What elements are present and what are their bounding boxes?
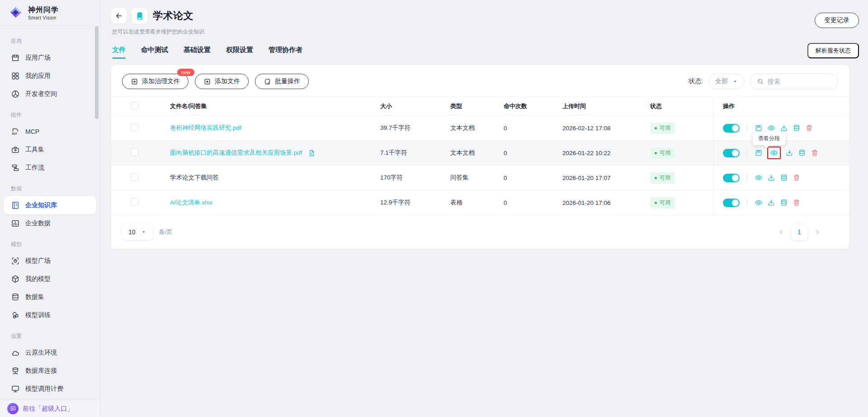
add-file-button[interactable]: 添加文件 xyxy=(195,74,249,89)
bar-chart-icon xyxy=(11,219,20,228)
tab-bar: 文件 命中测试 基础设置 权限设置 管理协作者 解析服务状态 xyxy=(112,46,859,59)
sidebar-item-label: 工具集 xyxy=(25,146,44,154)
brand-logo: 神州问学 Smart Vision xyxy=(0,0,100,26)
sidebar-item-knowledge-base[interactable]: 企业知识库 xyxy=(4,196,96,214)
segments-database-icon[interactable] xyxy=(780,174,788,182)
tab-collaborators[interactable]: 管理协作者 xyxy=(269,46,302,59)
view-segments-icon[interactable] xyxy=(755,174,763,182)
view-segments-icon[interactable] xyxy=(755,199,763,207)
tab-permissions[interactable]: 权限设置 xyxy=(226,46,253,59)
add-file-label: 添加文件 xyxy=(215,77,240,85)
sidebar-item-label: 数据库连接 xyxy=(25,367,57,375)
download-icon[interactable] xyxy=(767,199,775,207)
parse-service-status-button[interactable]: 解析服务状态 xyxy=(807,43,859,58)
search-box xyxy=(750,73,838,90)
download-icon[interactable] xyxy=(780,124,788,132)
cube-icon xyxy=(11,275,20,284)
row-checkbox[interactable] xyxy=(131,173,138,181)
doc-edit-icon[interactable] xyxy=(308,149,316,157)
page-title: 学术论文 xyxy=(153,9,193,23)
delete-icon[interactable] xyxy=(805,124,813,132)
sidebar-item-label: 云原生环境 xyxy=(25,349,57,357)
nav-section-settings: 设置 xyxy=(0,324,100,344)
per-page-label: 条/页 xyxy=(159,228,173,236)
tab-basic-settings[interactable]: 基础设置 xyxy=(184,46,211,59)
mcp-icon xyxy=(11,127,20,136)
brand-name: 神州问学 xyxy=(28,5,59,15)
hit-count: 0 xyxy=(504,125,562,132)
sidebar-item-model-billing[interactable]: 模型调用计费 xyxy=(4,380,96,398)
highlight-box xyxy=(767,147,781,159)
enable-toggle[interactable] xyxy=(723,149,740,157)
upload-time: 2026-01-20 17:07 xyxy=(562,175,650,181)
sidebar-item-label: 模型广场 xyxy=(25,257,51,265)
sidebar-item-workflow[interactable]: 工作流 xyxy=(4,159,96,177)
segments-database-icon[interactable] xyxy=(780,199,788,207)
segments-database-icon[interactable] xyxy=(798,149,806,157)
sidebar-item-datasets[interactable]: 数据集 xyxy=(4,288,96,306)
search-input[interactable] xyxy=(768,78,826,85)
download-icon[interactable] xyxy=(785,149,793,157)
knowledge-book-icon xyxy=(132,8,147,24)
add-governance-file-button[interactable]: 添加治理文件 new xyxy=(122,74,189,89)
brand-subtitle: Smart Vision xyxy=(28,15,59,20)
file-size: 12.9千字符 xyxy=(380,199,450,207)
sidebar-item-app-market[interactable]: 应用广场 xyxy=(4,49,96,67)
sidebar-item-label: 数据集 xyxy=(25,293,44,301)
view-segments-icon[interactable] xyxy=(767,124,775,132)
select-all-checkbox[interactable] xyxy=(131,102,138,109)
enable-toggle[interactable] xyxy=(723,124,740,133)
file-name-link[interactable]: 面向脑机接口的高速通信需求及相关应用场景.pdf xyxy=(170,149,302,157)
sidebar-item-model-market[interactable]: 模型广场 xyxy=(4,252,96,270)
delete-icon[interactable] xyxy=(793,199,801,207)
row-checkbox[interactable] xyxy=(131,148,138,156)
sidebar-item-label: 应用广场 xyxy=(25,54,51,62)
download-icon[interactable] xyxy=(767,174,775,182)
segments-database-icon[interactable] xyxy=(793,124,801,132)
sidebar-item-mcp[interactable]: MCP xyxy=(4,123,96,141)
next-page-icon[interactable] xyxy=(814,228,821,236)
batch-operations-button[interactable]: 批量操作 xyxy=(255,74,309,89)
file-name-link[interactable]: 卷积神经网络实践研究.pdf xyxy=(170,124,241,132)
row-checkbox[interactable] xyxy=(131,123,138,131)
status-dot-icon xyxy=(655,127,657,129)
sidebar-item-db-connections[interactable]: 数据库连接 xyxy=(4,362,96,380)
change-log-button[interactable]: 变更记录 xyxy=(815,13,859,28)
plus-square-icon xyxy=(131,78,138,85)
sidebar-item-my-models[interactable]: 我的模型 xyxy=(4,270,96,288)
file-type: 问答集 xyxy=(450,174,504,182)
status-badge: 可用 xyxy=(650,123,675,134)
delete-icon[interactable] xyxy=(793,174,801,182)
file-type: 文本文档 xyxy=(450,124,504,132)
row-checkbox[interactable] xyxy=(131,198,138,206)
sidebar-item-label: 模型调用计费 xyxy=(25,385,63,393)
page-size-select[interactable]: 10 xyxy=(122,224,153,240)
super-portal-link[interactable]: 前往「超级入口」 xyxy=(0,400,100,417)
sidebar-item-cloud-native[interactable]: 云原生环境 xyxy=(4,344,96,362)
file-size: 170字符 xyxy=(380,174,450,182)
annotation-icon[interactable] xyxy=(755,124,763,132)
tab-hit-test[interactable]: 命中测试 xyxy=(141,46,168,59)
caret-down-icon xyxy=(141,229,146,235)
delete-icon[interactable] xyxy=(811,149,819,157)
sidebar: 神州问学 Smart Vision 应用 应用广场 我的应用 开发者空间 组件 … xyxy=(0,0,100,417)
sidebar-item-my-apps[interactable]: 我的应用 xyxy=(4,67,96,85)
view-segments-icon[interactable] xyxy=(770,149,778,157)
current-page-button[interactable]: 1 xyxy=(791,224,807,240)
annotation-icon[interactable] xyxy=(755,149,763,157)
prev-page-icon[interactable] xyxy=(778,228,785,236)
sidebar-item-enterprise-data[interactable]: 企业数据 xyxy=(4,214,96,232)
enable-toggle[interactable] xyxy=(723,199,740,207)
sidebar-item-model-training[interactable]: 模型训练 xyxy=(4,306,96,324)
enable-toggle[interactable] xyxy=(723,174,740,182)
back-button[interactable] xyxy=(111,8,127,24)
sidebar-item-toolset[interactable]: 工具集 xyxy=(4,141,96,159)
nav-section-components: 组件 xyxy=(0,103,100,123)
tab-files[interactable]: 文件 xyxy=(112,46,126,59)
sidebar-scrollbar[interactable] xyxy=(95,26,99,119)
status-badge: 可用 xyxy=(650,197,675,208)
plus-square-icon xyxy=(203,78,211,85)
status-filter-select[interactable]: 全部 xyxy=(708,74,745,89)
file-name-link[interactable]: AI论文清单.xlsx xyxy=(170,199,212,207)
sidebar-item-developer-space[interactable]: 开发者空间 xyxy=(4,85,96,103)
